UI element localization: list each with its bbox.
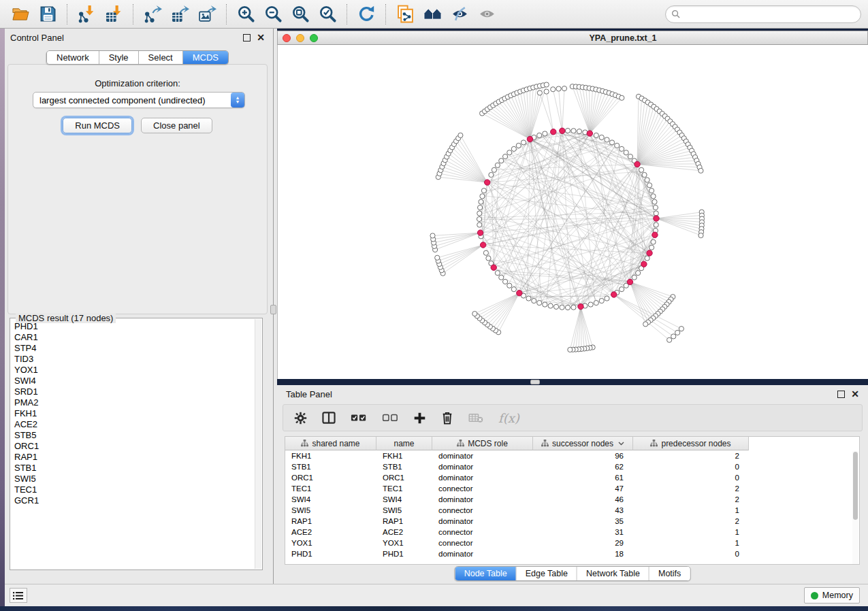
close-panel-button[interactable]: Close panel	[141, 118, 212, 133]
import-network-icon[interactable]	[73, 3, 100, 26]
save-session-icon[interactable]	[34, 3, 61, 26]
table-cell: ORC1	[376, 474, 432, 482]
table-tab-network-table[interactable]: Network Table	[577, 567, 649, 580]
mcds-result-item[interactable]: YOX1	[14, 365, 255, 376]
column-header-shared-name[interactable]: shared name	[285, 437, 376, 450]
tab-style[interactable]: Style	[99, 51, 139, 64]
export-table-icon[interactable]	[166, 3, 193, 26]
mcds-result-item[interactable]: SWI4	[14, 376, 255, 386]
zoom-out-icon[interactable]	[259, 3, 287, 26]
new-network-from-selection-icon[interactable]	[391, 3, 419, 26]
control-panel-tabs: NetworkStyleSelectMCDS	[46, 50, 229, 65]
mcds-result-item[interactable]: STP4	[14, 343, 255, 354]
show-all-icon[interactable]	[473, 3, 500, 26]
maximize-window-icon[interactable]	[310, 34, 318, 42]
result-list-scrollbar[interactable]	[255, 319, 261, 569]
table-row[interactable]: YOX1YOX1connector291	[285, 538, 859, 548]
deselect-all-icon[interactable]	[382, 413, 398, 423]
select-all-icon[interactable]	[351, 413, 367, 423]
split-panel-icon[interactable]	[322, 412, 336, 424]
zoom-in-icon[interactable]	[232, 3, 259, 26]
table-row[interactable]: SWI5SWI5connector431	[285, 505, 859, 516]
column-header-MCDS-role[interactable]: MCDS role	[432, 437, 533, 450]
table-row[interactable]: STB1STB1dominator620	[285, 461, 859, 472]
criterion-dropdown-value: largest connected component (undirected)	[39, 95, 206, 105]
table-row[interactable]: FKH1FKH1dominator962	[285, 450, 859, 461]
export-image-icon[interactable]	[193, 3, 221, 26]
open-session-icon[interactable]	[7, 3, 34, 26]
refresh-icon[interactable]	[353, 3, 380, 26]
import-table-icon[interactable]	[100, 3, 127, 26]
horizontal-splitter-grip[interactable]	[530, 380, 540, 384]
search-input[interactable]	[684, 10, 855, 19]
mcds-result-item[interactable]: CAR1	[14, 332, 255, 343]
tab-mcds[interactable]: MCDS	[183, 51, 228, 64]
close-panel-icon[interactable]: ✕	[257, 34, 265, 42]
mcds-result-item[interactable]: TEC1	[14, 484, 255, 495]
function-builder-icon[interactable]: f(x)	[498, 411, 519, 425]
float-table-panel-icon[interactable]	[837, 391, 845, 398]
table-row[interactable]: PHD1PHD1dominator180	[285, 548, 859, 559]
table-cell: TEC1	[376, 484, 432, 493]
toolbar-separator	[67, 4, 67, 24]
hide-selected-icon[interactable]	[446, 3, 473, 26]
network-window-titlebar[interactable]: YPA_prune.txt_1	[277, 31, 868, 45]
mcds-result-item[interactable]: ACE2	[14, 419, 255, 430]
mcds-result-item[interactable]: TID3	[14, 354, 255, 365]
float-panel-icon[interactable]	[243, 34, 251, 42]
table-row[interactable]: TEC1TEC1connector472	[285, 483, 859, 494]
search-field[interactable]	[665, 5, 861, 23]
column-header-successor-nodes[interactable]: successor nodes	[533, 437, 633, 450]
table-row[interactable]: RAP1RAP1dominator352	[285, 516, 859, 527]
mcds-result-item[interactable]: PMA2	[14, 397, 255, 408]
mcds-result-item[interactable]: ORC1	[14, 441, 255, 452]
column-header-predecessor-nodes[interactable]: predecessor nodes	[633, 437, 749, 450]
scrollbar-thumb[interactable]	[853, 452, 858, 520]
table-row[interactable]: ACE2ACE2connector311	[285, 527, 859, 538]
vertical-splitter[interactable]	[270, 29, 277, 584]
splitter-grip[interactable]	[270, 305, 276, 314]
memory-button[interactable]: Memory	[804, 587, 860, 604]
optimization-criterion-label: Optimization criterion:	[8, 78, 267, 88]
minimize-window-icon[interactable]	[296, 34, 304, 42]
mcds-result-item[interactable]: SRD1	[14, 386, 255, 397]
control-panel-title: Control Panel	[10, 33, 64, 43]
mcds-result-item[interactable]: STB5	[14, 430, 255, 441]
criterion-dropdown[interactable]: largest connected component (undirected)…	[33, 92, 245, 108]
mcds-result-item[interactable]: FKH1	[14, 408, 255, 419]
export-network-icon[interactable]	[139, 3, 166, 26]
first-neighbors-icon[interactable]	[419, 3, 446, 26]
main-toolbar	[0, 0, 868, 29]
toolbar-separator	[385, 4, 386, 24]
zoom-fit-icon[interactable]	[287, 3, 314, 26]
mcds-result-item[interactable]: RAP1	[14, 452, 255, 463]
add-row-icon[interactable]	[413, 412, 426, 425]
table-scrollbar[interactable]	[852, 451, 858, 564]
table-header: shared namenameMCDS rolesuccessor nodesp…	[285, 437, 749, 450]
run-mcds-button[interactable]: Run MCDS	[63, 118, 132, 133]
table-tab-node-table[interactable]: Node Table	[455, 567, 517, 580]
table-tab-motifs[interactable]: Motifs	[649, 567, 690, 580]
network-canvas[interactable]	[277, 45, 868, 379]
close-window-icon[interactable]	[283, 34, 291, 42]
mcds-result-item[interactable]: SWI5	[14, 474, 255, 484]
network-graph[interactable]	[278, 45, 868, 379]
zoom-selected-icon[interactable]	[314, 3, 341, 26]
column-header-name[interactable]: name	[376, 437, 432, 450]
table-row[interactable]: SWI4SWI4dominator462	[285, 494, 859, 505]
table-row[interactable]: ORC1ORC1dominator610	[285, 472, 859, 483]
close-table-panel-icon[interactable]: ✕	[851, 391, 859, 398]
mcds-result-item[interactable]: GCR1	[14, 495, 255, 506]
tab-select[interactable]: Select	[139, 51, 183, 64]
table-tabs: Node TableEdge TableNetwork TableMotifs	[455, 566, 691, 581]
task-history-icon[interactable]	[10, 588, 27, 603]
delete-row-icon[interactable]	[441, 411, 453, 425]
table-cell: 2	[633, 484, 749, 493]
tab-network[interactable]: Network	[47, 51, 99, 64]
mcds-result-item[interactable]: STB1	[14, 463, 255, 474]
mcds-result-item[interactable]: PHD1	[14, 321, 255, 332]
table-tab-edge-table[interactable]: Edge Table	[517, 567, 577, 580]
delete-table-icon[interactable]	[468, 412, 483, 423]
settings-icon[interactable]	[294, 412, 307, 425]
table-cell: 46	[533, 495, 633, 503]
